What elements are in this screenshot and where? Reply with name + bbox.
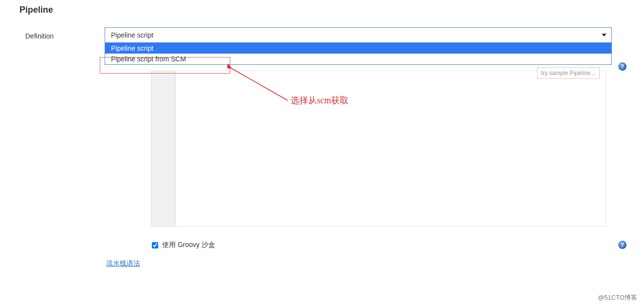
definition-row: Definition Pipeline script Pipeline scri…	[0, 20, 644, 65]
sample-pipeline-dropdown[interactable]: try sample Pipeline...	[537, 67, 600, 79]
groovy-sandbox-checkbox[interactable]	[152, 242, 158, 249]
definition-field: Pipeline script Pipeline script Pipeline…	[105, 27, 644, 65]
groovy-sandbox-label: 使用 Groovy 沙盒	[162, 241, 215, 249]
groovy-sandbox-row: 使用 Groovy 沙盒	[152, 241, 215, 249]
help-icon[interactable]: ?	[618, 62, 626, 71]
editor-gutter	[151, 71, 176, 226]
watermark: @51CTO博客	[598, 293, 637, 302]
definition-options: Pipeline script Pipeline script from SCM	[105, 43, 612, 65]
script-editor[interactable]: try sample Pipeline...	[151, 71, 606, 227]
option-pipeline-script[interactable]: Pipeline script	[105, 43, 611, 54]
definition-label: Definition	[0, 27, 105, 40]
help-icon[interactable]: ?	[618, 241, 626, 249]
option-pipeline-script-from-scm[interactable]: Pipeline script from SCM	[105, 54, 611, 64]
definition-select[interactable]: Pipeline script	[105, 27, 612, 43]
section-title: Pipeline	[0, 0, 644, 20]
definition-selected-text: Pipeline script	[111, 31, 153, 39]
pipeline-syntax-link[interactable]: 流水线语法	[106, 259, 140, 268]
